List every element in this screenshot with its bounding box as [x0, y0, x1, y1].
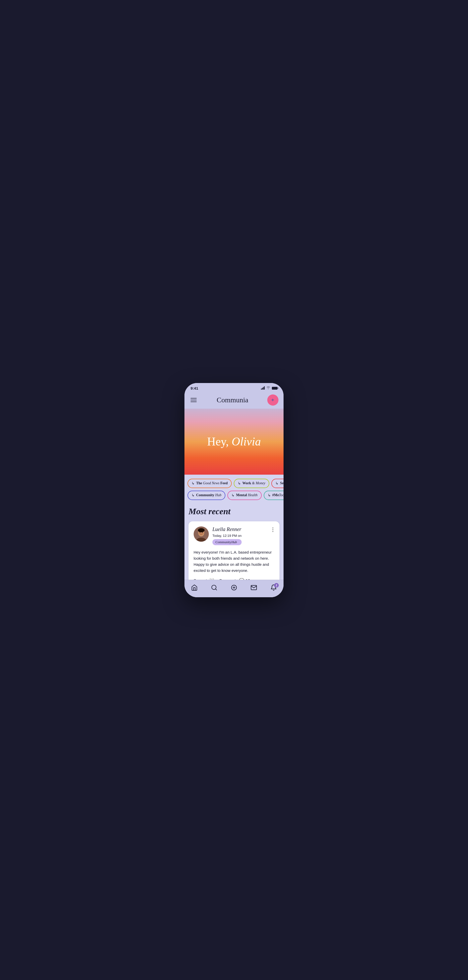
- app-logo: Communia: [217, 396, 248, 404]
- svg-point-4: [200, 532, 200, 533]
- category-community-hub[interactable]: ↳ Community Hub: [187, 491, 225, 500]
- messages-icon: [250, 584, 257, 591]
- status-icons: [261, 386, 278, 390]
- wifi-icon: [266, 386, 270, 390]
- post-content-1: Hey everyone! I'm an L.A. based entrepre…: [193, 549, 275, 574]
- notifications-badge: 2: [274, 583, 279, 588]
- bottom-navigation: 2: [184, 580, 284, 597]
- svg-rect-7: [198, 530, 204, 531]
- arrow-icon: ↳: [268, 493, 271, 498]
- more-dot: [272, 531, 273, 532]
- hero-text: Hey, Olivia: [207, 435, 261, 448]
- categories-section: ↳ The Good News Feed ↳ Work & Money ↳ Se…: [184, 475, 284, 507]
- status-bar: 9:41: [184, 383, 284, 392]
- category-me-too[interactable]: ↳ #MeToo: [264, 491, 284, 500]
- hamburger-icon: [190, 401, 196, 402]
- phone-screen: 9:41: [184, 383, 284, 597]
- category-good-news-feed[interactable]: ↳ The Good News Feed: [187, 479, 232, 488]
- hero-banner: Hey, Olivia: [184, 409, 284, 475]
- arrow-icon: ↳: [192, 481, 195, 485]
- hamburger-button[interactable]: [190, 397, 198, 403]
- nav-compose-button[interactable]: [229, 583, 239, 592]
- post-time-1: Today, 12:19 PM on: [212, 534, 242, 538]
- phone-frame: 9:41: [184, 383, 284, 597]
- profile-button[interactable]: ✦: [267, 395, 278, 406]
- hamburger-icon: [190, 400, 196, 400]
- svg-line-16: [216, 589, 217, 590]
- star-icon: ✦: [271, 397, 275, 403]
- post-author-info-1: Luella Renner Today, 12:19 PM on Communi…: [193, 527, 242, 545]
- arrow-icon: ↳: [275, 481, 278, 485]
- nav-notifications-button[interactable]: 2: [269, 583, 278, 592]
- post-channel-1[interactable]: Community Hub: [212, 539, 242, 545]
- hero-greeting: Hey, Olivia: [207, 435, 261, 448]
- arrow-icon: ↳: [238, 481, 241, 485]
- category-mental-health[interactable]: ↳ Mental Health: [227, 491, 262, 500]
- search-icon: [211, 584, 218, 591]
- categories-row-1: ↳ The Good News Feed ↳ Work & Money ↳ Se…: [187, 479, 281, 488]
- app-header: Communia ✦: [184, 392, 284, 409]
- most-recent-title: Most recent: [188, 507, 280, 516]
- svg-point-5: [202, 532, 203, 533]
- arrow-icon: ↳: [192, 493, 195, 498]
- status-time: 9:41: [190, 386, 198, 390]
- category-sex-relationships[interactable]: ↳ Sex & Rela...: [272, 479, 284, 488]
- nav-messages-button[interactable]: [249, 583, 259, 592]
- more-options-button-1[interactable]: [272, 527, 275, 533]
- post-card-1: Luella Renner Today, 12:19 PM on Communi…: [188, 521, 280, 589]
- category-work-money[interactable]: ↳ Work & Money: [234, 479, 269, 488]
- compose-icon: [230, 584, 238, 591]
- categories-row-2: ↳ Community Hub ↳ Mental Health ↳ #MeToo…: [187, 491, 281, 500]
- nav-search-button[interactable]: [209, 583, 219, 592]
- avatar-luella: [193, 527, 209, 542]
- nav-home-button[interactable]: [190, 583, 199, 592]
- author-name-1: Luella Renner: [212, 527, 242, 532]
- hamburger-icon: [190, 398, 196, 398]
- post-meta-1: Luella Renner Today, 12:19 PM on Communi…: [212, 527, 242, 545]
- more-dot: [272, 527, 273, 528]
- more-dot: [272, 529, 273, 530]
- post-header-1: Luella Renner Today, 12:19 PM on Communi…: [193, 527, 275, 545]
- home-icon: [191, 584, 198, 591]
- signal-icon: [261, 387, 265, 390]
- battery-icon: [272, 387, 278, 390]
- arrow-icon: ↳: [232, 493, 235, 498]
